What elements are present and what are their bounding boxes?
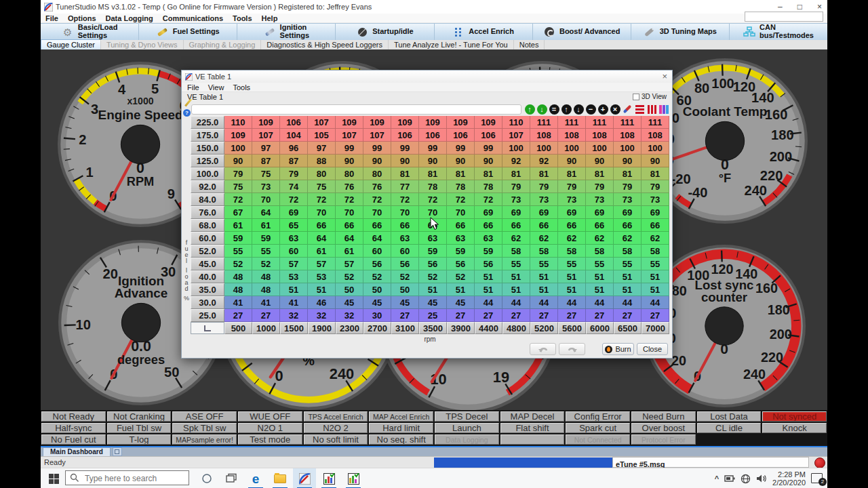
notification-center-button[interactable]: 2 — [811, 472, 825, 485]
ve-cell[interactable]: 75 — [224, 180, 252, 193]
ve-row-header[interactable]: 30.0 — [191, 296, 224, 309]
ve-dialog-title-bar[interactable]: VE Table 1 × — [182, 70, 672, 83]
menu-data-logging[interactable]: Data Logging — [101, 14, 158, 22]
ve-cell[interactable]: 90 — [336, 155, 363, 167]
ve-cell[interactable]: 107 — [336, 129, 363, 142]
tab-diagnostics-loggers[interactable]: Diagnostics & High Speed Loggers — [261, 40, 389, 49]
ve-row-header[interactable]: 40.0 — [191, 270, 224, 283]
ve-cell[interactable]: 51 — [530, 270, 558, 283]
ve-column-header[interactable]: 2700 — [363, 322, 391, 334]
network-icon[interactable] — [741, 474, 751, 484]
ve-cell[interactable]: 56 — [363, 258, 391, 270]
ve-cell[interactable]: 88 — [308, 155, 336, 167]
ve-cell[interactable]: 109 — [475, 116, 502, 129]
ve-cell[interactable]: 90 — [391, 155, 419, 167]
ve-cell[interactable]: 48 — [252, 270, 280, 283]
ve-cell[interactable]: 80 — [336, 167, 363, 180]
view-3d-toggle[interactable]: 3D View — [633, 93, 667, 100]
ve-cell[interactable]: 60 — [280, 245, 308, 258]
ve-cell[interactable]: 69 — [614, 206, 642, 219]
megalogviewer-hd-button[interactable] — [342, 468, 365, 488]
ve-cell[interactable]: 87 — [252, 155, 280, 167]
ve-cell[interactable]: 66 — [614, 219, 642, 232]
ve-cell[interactable]: 76 — [363, 180, 391, 193]
ve-cell[interactable]: 55 — [502, 258, 530, 270]
ve-cell[interactable]: 92 — [502, 155, 530, 167]
ve-menu-tools[interactable]: Tools — [233, 83, 250, 92]
tunerstudio-taskbar-button[interactable] — [293, 468, 316, 488]
ve-cell[interactable]: 62 — [558, 232, 586, 245]
undo-button[interactable] — [530, 343, 556, 355]
ve-cell[interactable]: 51 — [586, 283, 614, 296]
ve-cell[interactable]: 75 — [252, 167, 280, 180]
ve-cell[interactable]: 109 — [336, 116, 363, 129]
ve-cell[interactable]: 109 — [419, 116, 447, 129]
ve-cell[interactable]: 73 — [530, 193, 558, 206]
ve-cell[interactable]: 111 — [558, 116, 586, 129]
ve-cell[interactable]: 45 — [419, 296, 447, 309]
ve-cell[interactable]: 66 — [308, 219, 336, 232]
ve-cell[interactable]: 51 — [502, 270, 530, 283]
ve-cell[interactable]: 99 — [391, 142, 419, 155]
ve-cell[interactable]: 109 — [224, 129, 252, 142]
ve-column-header[interactable]: 6000 — [586, 322, 614, 334]
battery-icon[interactable] — [724, 474, 735, 483]
ve-column-header[interactable]: 3100 — [391, 322, 419, 334]
ve-cell[interactable]: 90 — [614, 155, 642, 167]
ve-column-header[interactable]: 1000 — [252, 322, 280, 334]
menu-options[interactable]: Options — [63, 14, 101, 22]
gradient-fill-icon[interactable] — [658, 104, 669, 115]
ve-cell[interactable]: 63 — [475, 232, 502, 245]
ve-cell[interactable]: 51 — [614, 270, 642, 283]
dialog-close-button[interactable]: Close — [637, 343, 668, 355]
ve-cell[interactable]: 106 — [475, 129, 502, 142]
ve-cell[interactable]: 104 — [280, 129, 308, 142]
ve-cell[interactable]: 41 — [252, 296, 280, 309]
menu-help[interactable]: Help — [257, 14, 283, 22]
ve-cell[interactable]: 44 — [586, 296, 614, 309]
ve-cell[interactable]: 73 — [586, 193, 614, 206]
ve-cell[interactable]: 106 — [280, 116, 308, 129]
ve-cell[interactable]: 62 — [642, 232, 669, 245]
ve-cell[interactable]: 61 — [252, 219, 280, 232]
ve-cell[interactable]: 78 — [419, 180, 447, 193]
ve-cell[interactable]: 25 — [419, 309, 447, 322]
ve-cell[interactable]: 27 — [586, 309, 614, 322]
ve-cell[interactable]: 62 — [614, 232, 642, 245]
ve-cell[interactable]: 90 — [475, 155, 502, 167]
ve-cell[interactable]: 69 — [586, 206, 614, 219]
ve-cell[interactable]: 80 — [308, 167, 336, 180]
ve-column-header[interactable]: 6500 — [614, 322, 642, 334]
taskbar-search[interactable] — [65, 470, 189, 485]
ve-cell[interactable]: 81 — [642, 167, 669, 180]
ve-cell[interactable]: 51 — [475, 270, 502, 283]
ve-cell[interactable]: 59 — [475, 245, 502, 258]
ve-cell[interactable]: 45 — [447, 296, 475, 309]
ve-cell[interactable]: 52 — [252, 258, 280, 270]
ve-cell[interactable]: 97 — [308, 142, 336, 155]
ve-cell[interactable]: 108 — [614, 129, 642, 142]
speaker-icon[interactable] — [756, 474, 767, 483]
ve-cell[interactable]: 52 — [336, 270, 363, 283]
ve-cell[interactable]: 111 — [530, 116, 558, 129]
ve-cell[interactable]: 74 — [280, 180, 308, 193]
ve-row-header[interactable]: 35.0 — [191, 283, 224, 296]
ve-cell[interactable]: 32 — [280, 309, 308, 322]
ve-cell[interactable]: 57 — [308, 258, 336, 270]
ve-cell[interactable]: 61 — [308, 245, 336, 258]
ve-cell[interactable]: 52 — [391, 270, 419, 283]
ve-cell[interactable]: 51 — [447, 283, 475, 296]
redo-button[interactable] — [559, 343, 585, 355]
toolbar-fuel-settings[interactable]: Fuel Settings — [139, 24, 237, 40]
ve-cell[interactable]: 111 — [586, 116, 614, 129]
taskbar-clock[interactable]: 2:28 PM 2/20/2020 — [772, 470, 806, 487]
ve-cell[interactable]: 44 — [475, 296, 502, 309]
toolbar-basic-load-settings[interactable]: ⚙ Basic/Load Settings — [41, 24, 139, 40]
ve-cell[interactable]: 51 — [586, 270, 614, 283]
ve-cell[interactable]: 57 — [336, 258, 363, 270]
ve-cell[interactable]: 59 — [224, 232, 252, 245]
ve-row-header[interactable]: 150.0 — [191, 142, 224, 155]
ve-cell[interactable]: 105 — [308, 129, 336, 142]
ve-cell[interactable]: 55 — [558, 258, 586, 270]
ve-cell[interactable]: 56 — [475, 258, 502, 270]
